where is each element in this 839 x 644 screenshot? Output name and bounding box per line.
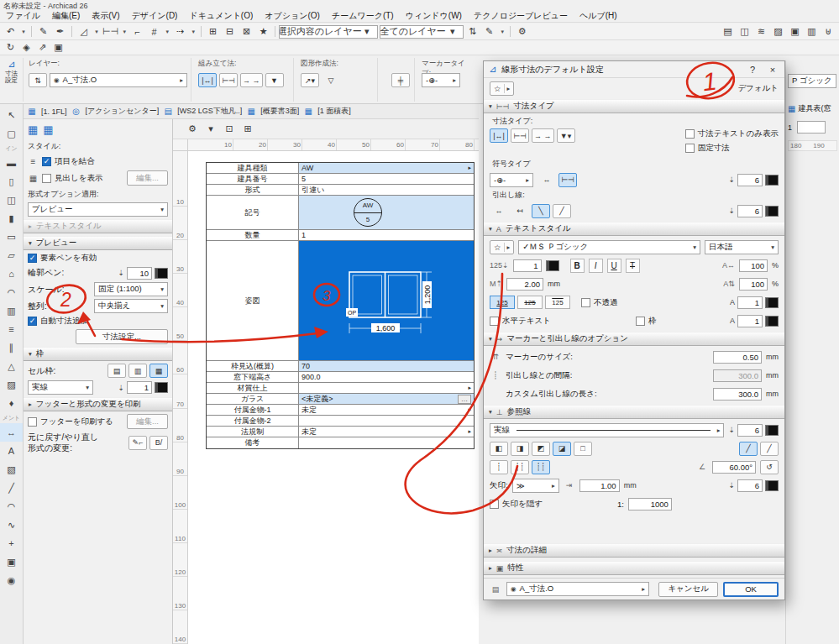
- outline-pen-control[interactable]: ⇣10: [118, 267, 168, 280]
- dim-elevation-icon[interactable]: → →: [240, 73, 263, 87]
- split-view-icon[interactable]: ⊞: [240, 123, 255, 136]
- section-text-style[interactable]: ▾Aテキストスタイル: [484, 222, 784, 236]
- dim-chain-icon[interactable]: ⊢⊣: [219, 73, 238, 87]
- marker-size-input[interactable]: 0.50: [713, 351, 762, 364]
- schedule-edit-icon[interactable]: ▦: [43, 123, 53, 136]
- pickup-parameters-icon[interactable]: ✎: [36, 25, 50, 39]
- line-tool-icon[interactable]: ╱: [0, 479, 23, 497]
- ok-button[interactable]: OK: [723, 582, 779, 597]
- custom-leader-input[interactable]: 300.0: [713, 388, 762, 401]
- navigator-icon[interactable]: ◈: [19, 41, 34, 55]
- leader-auto-icon[interactable]: ↤: [511, 204, 529, 218]
- schedule-item-label[interactable]: 建具表(窓: [798, 103, 831, 114]
- witness-angle-input[interactable]: 60.00°: [712, 461, 756, 474]
- dialog-layer-dropdown[interactable]: ◉A_寸法.O▸: [506, 582, 649, 596]
- arrow-tool-icon[interactable]: ↖: [0, 106, 23, 124]
- arrow-size-input[interactable]: 1.00: [579, 479, 620, 492]
- marquee-tool-icon[interactable]: ▢: [0, 124, 23, 143]
- roof-tool-icon[interactable]: ⌂: [0, 264, 23, 283]
- text-on-line-chip[interactable]: 125: [517, 296, 543, 309]
- menu-edit[interactable]: 編集(E): [46, 10, 86, 22]
- italic-button[interactable]: I: [589, 259, 603, 273]
- witness-perpendicular-icon[interactable]: ╱: [739, 442, 758, 456]
- geometry-method-icon[interactable]: ↗▾: [301, 73, 319, 87]
- layer-filter-all-dropdown[interactable]: 全てのレイヤー▾: [380, 25, 464, 39]
- table-row[interactable]: 付属金物-2: [207, 416, 474, 427]
- expand-arrow-icon[interactable]: ▸: [468, 428, 471, 435]
- tab-icon-menseki[interactable]: ▦: [303, 107, 313, 116]
- menu-tech-preview[interactable]: テクノロジープレビュー: [468, 10, 574, 22]
- text-favorites-button[interactable]: ☆▸: [490, 240, 514, 254]
- table-row[interactable]: 建具種類 AW▸: [207, 163, 474, 174]
- language-dropdown[interactable]: 日本語▾: [705, 240, 779, 254]
- undo-format-icon[interactable]: ✎⌐: [128, 436, 147, 450]
- section-text-style[interactable]: ▸テキストスタイル: [24, 219, 172, 233]
- witness-dash-long-icon[interactable]: ┊┊: [532, 460, 550, 474]
- dimension-tool-icon[interactable]: ↔: [0, 423, 23, 442]
- static-dimension-checkbox[interactable]: 固定寸法: [685, 143, 730, 154]
- section-marker-options[interactable]: ▾↦マーカーと引出し線のオプション: [484, 332, 784, 346]
- font-dropdown-fragment[interactable]: P ゴシック: [788, 74, 836, 88]
- witness-gap-icon[interactable]: ◩: [532, 442, 550, 456]
- marker-type-dropdown[interactable]: -⊕-▸: [422, 73, 460, 87]
- ratio-input[interactable]: 1000: [628, 498, 672, 510]
- layer-shortcut-icon[interactable]: ⇅: [29, 73, 47, 87]
- table-row[interactable]: 記号 AW 5: [207, 196, 474, 230]
- ungroup-icon[interactable]: ⊟: [223, 25, 237, 39]
- magic-wand-icon[interactable]: ★: [256, 25, 270, 39]
- marker-type-dropdown[interactable]: -⊕-▸: [490, 173, 533, 187]
- dim-text-only-checkbox[interactable]: 寸法テキストのみ表示: [685, 128, 779, 139]
- witness-dash-none-icon[interactable]: ┊: [490, 460, 508, 474]
- hotspot-tool-icon[interactable]: +: [0, 534, 23, 552]
- show-heading-checkbox[interactable]: 見出しを表示: [42, 173, 102, 184]
- grid-options-icon[interactable]: ▾: [164, 25, 170, 39]
- rebuild-icon[interactable]: ↻: [3, 41, 18, 55]
- fill-types-icon[interactable]: ▨: [771, 25, 785, 39]
- railing-tool-icon[interactable]: ∥: [0, 338, 23, 357]
- menu-window[interactable]: ウィンドウ(W): [400, 10, 468, 22]
- witness-slanted-icon[interactable]: ╱: [760, 442, 779, 456]
- strikethrough-button[interactable]: T: [626, 259, 640, 273]
- expand-arrow-icon[interactable]: ▸: [468, 406, 471, 413]
- fill-tool-icon[interactable]: ▧: [0, 460, 23, 479]
- undo-options-icon[interactable]: ▾: [20, 25, 27, 39]
- witness-linetype-dropdown[interactable]: 実線▸: [490, 423, 724, 437]
- more-button[interactable]: …: [458, 395, 471, 404]
- geometry-any-icon[interactable]: ▽: [322, 73, 340, 87]
- beam-tool-icon[interactable]: ▭: [0, 228, 23, 246]
- curtain-wall-tool-icon[interactable]: ▥: [0, 301, 23, 320]
- mesh-tool-icon[interactable]: △: [0, 357, 23, 375]
- bold-button[interactable]: B: [570, 259, 585, 273]
- leader-none-icon[interactable]: ↔: [490, 204, 508, 218]
- arrowhead-dropdown[interactable]: ≫▸: [512, 479, 559, 493]
- text-tool-icon[interactable]: A: [0, 442, 23, 460]
- wall-tool-icon[interactable]: ▬: [0, 154, 23, 172]
- table-row[interactable]: 建具番号 5: [207, 174, 474, 185]
- dim-marker-icon[interactable]: ▼: [265, 73, 284, 87]
- menu-teamwork[interactable]: チームワーク(T): [326, 10, 400, 22]
- leader-pen-control[interactable]: ⇣6: [728, 205, 779, 217]
- dimension-settings-button[interactable]: 寸法設定...: [76, 329, 168, 344]
- publish-icon[interactable]: ⇗: [35, 41, 50, 55]
- witness-fixed-icon[interactable]: ◪: [553, 442, 571, 456]
- layer-settings-icon[interactable]: ▤: [721, 25, 735, 39]
- hide-arrow-checkbox[interactable]: 矢印を隠す: [490, 499, 543, 510]
- expand-arrow-icon[interactable]: ▸: [468, 165, 471, 171]
- font-color-swatch[interactable]: [546, 260, 559, 271]
- section-footer-print[interactable]: ▸フッターと形式の変更を印刷: [24, 397, 172, 411]
- suspend-groups-icon[interactable]: ⊠: [239, 25, 254, 39]
- cell-border-vertical-icon[interactable]: ▥: [128, 364, 147, 378]
- tab-gaiyousho[interactable]: [概要書3面]: [258, 106, 302, 117]
- snap-options-icon[interactable]: ▾: [121, 25, 128, 39]
- tab-mensekihyo[interactable]: [1 面積表]: [315, 106, 354, 117]
- gravity-icon[interactable]: ⇢: [173, 25, 187, 39]
- print-footer-checkbox[interactable]: フッターを印刷する: [28, 416, 113, 427]
- dialog-titlebar[interactable]: ⊿ 線形寸法のデフォルト設定 ? ×: [484, 61, 784, 78]
- section-witness-line[interactable]: ▾⊥参照線: [484, 405, 784, 419]
- shell-tool-icon[interactable]: ◠: [0, 283, 23, 301]
- layer-dropdown[interactable]: ◉A_寸法.O▸: [50, 73, 187, 87]
- table-row[interactable]: 法規制 未定▸: [207, 427, 474, 437]
- marker-pen-control[interactable]: ⇣6: [728, 174, 779, 186]
- window-tool-icon[interactable]: ◫: [0, 191, 23, 209]
- table-row[interactable]: 形式 引違い: [207, 185, 474, 196]
